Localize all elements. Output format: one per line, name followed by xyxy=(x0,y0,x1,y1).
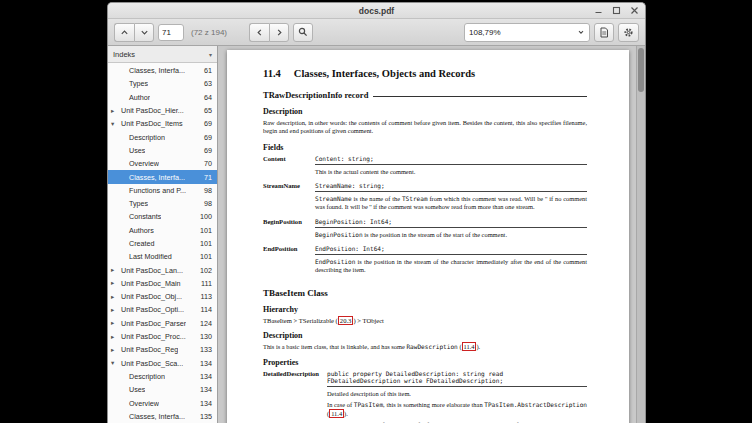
sidebar-item-label: Classes, Interfa... xyxy=(108,173,185,182)
sidebar-item[interactable]: ▸ Unit PasDoc_Reg 133 xyxy=(108,343,217,356)
sidebar-item[interactable]: Authors 101 xyxy=(108,224,217,237)
record-title-row: TRawDescriptionInfo record xyxy=(263,90,587,100)
expander-icon xyxy=(111,157,119,170)
close-button[interactable] xyxy=(629,5,640,16)
sidebar-item[interactable]: ▸ Unit PasDoc_Main 111 xyxy=(108,277,217,290)
sidebar-item[interactable]: Overview 134 xyxy=(108,396,217,409)
sidebar-item[interactable]: Functions and P... 98 xyxy=(108,184,217,197)
sidebar-item[interactable]: Constants 100 xyxy=(108,210,217,223)
history-back-button[interactable] xyxy=(249,23,269,42)
sidebar-item[interactable]: Classes, Interfa... 71 xyxy=(108,170,217,183)
text-run: This is a basic item class, that is link… xyxy=(263,343,406,350)
sidebar-item[interactable]: ▾ Unit PasDoc_Items 69 xyxy=(108,117,217,130)
text-run: is the name of the xyxy=(352,195,402,202)
cross-reference-link[interactable]: 11.4 xyxy=(329,409,344,418)
document-view[interactable]: 11.4 Classes, Interfaces, Objects and Re… xyxy=(218,46,645,423)
expander-icon xyxy=(111,224,119,237)
sidebar-item-label: Unit PasDoc_Items xyxy=(108,119,183,128)
sidebar-item[interactable]: Classes, Interfa... 61 xyxy=(108,64,217,77)
expander-icon xyxy=(111,210,119,223)
next-page-button[interactable] xyxy=(134,23,154,42)
property-body: public property DetailedDescription: str… xyxy=(327,370,587,423)
record-description: Raw description, in other words: the con… xyxy=(263,119,587,136)
sidebar-item-label: Unit PasDoc_Parser xyxy=(108,319,186,328)
minimize-button[interactable] xyxy=(593,5,604,16)
text-run: is the position in the stream of the cha… xyxy=(315,258,587,273)
sidebar-item[interactable]: Uses 69 xyxy=(108,144,217,157)
sidebar-item-label: Unit PasDoc_Proc... xyxy=(108,332,186,341)
sidebar-item[interactable]: Classes, Interfa... 135 xyxy=(108,410,217,423)
sidebar-item[interactable]: Last Modified 101 xyxy=(108,250,217,263)
field-code: Content: string; xyxy=(315,155,587,165)
sidebar-item[interactable]: Description 134 xyxy=(108,370,217,383)
sidebar-item-page: 98 xyxy=(204,186,217,195)
cross-reference-link[interactable]: 11.4 xyxy=(462,342,477,351)
history-nav-group xyxy=(249,23,289,42)
expander-icon[interactable]: ▸ xyxy=(111,317,119,330)
annotations-button[interactable] xyxy=(594,23,614,42)
sidebar-item[interactable]: ▾ Unit PasDoc_Sca... 134 xyxy=(108,357,217,370)
vertical-scrollbar[interactable] xyxy=(636,46,645,423)
property-row: DetailedDescription public property Deta… xyxy=(263,370,587,423)
scrollbar-thumb[interactable] xyxy=(638,48,644,92)
class-title: TBaseItem Class xyxy=(263,288,587,298)
sidebar-item[interactable]: Uses 134 xyxy=(108,383,217,396)
section-number: 11.4 xyxy=(263,68,281,79)
history-forward-button[interactable] xyxy=(269,23,289,42)
sidebar-item[interactable]: ▸ Unit PasDoc_Opti... 114 xyxy=(108,303,217,316)
sidebar-item-page: 71 xyxy=(204,173,217,182)
expander-icon[interactable]: ▸ xyxy=(111,343,119,356)
expander-icon[interactable]: ▾ xyxy=(111,357,119,370)
expander-icon[interactable]: ▸ xyxy=(111,330,119,343)
sidebar-item-page: 124 xyxy=(200,319,217,328)
expander-icon[interactable]: ▸ xyxy=(111,303,119,316)
sidebar-item[interactable]: ▸ Unit PasDoc_Lan... 102 xyxy=(108,263,217,276)
settings-button[interactable] xyxy=(618,23,639,42)
previous-page-button[interactable] xyxy=(114,23,134,42)
search-button[interactable] xyxy=(293,23,313,42)
expander-icon[interactable]: ▸ xyxy=(111,263,119,276)
chevron-down-icon xyxy=(577,28,585,36)
text-run: TPasItem.AbstractDescription xyxy=(484,401,587,408)
sidebar-item[interactable]: Description 69 xyxy=(108,130,217,143)
zoom-select[interactable]: 108,79% xyxy=(464,23,590,42)
sidebar-item[interactable]: Created 101 xyxy=(108,237,217,250)
record-description-heading: Description xyxy=(263,107,587,116)
sidebar-item[interactable]: Types 63 xyxy=(108,77,217,90)
expander-icon xyxy=(111,170,119,183)
expander-icon[interactable]: ▾ xyxy=(111,117,119,130)
text-run: is the position in the stream of the sta… xyxy=(363,231,507,238)
text-run: , this is something more elaborate than xyxy=(383,401,484,408)
property-code: public property DetailedDescription: str… xyxy=(327,370,587,387)
sidebar-item[interactable]: Author 64 xyxy=(108,91,217,104)
expander-icon[interactable]: ▸ xyxy=(111,104,119,117)
cross-reference-link[interactable]: 20.3 xyxy=(338,316,354,325)
expander-icon xyxy=(111,410,119,423)
text-run: RawDescription xyxy=(406,343,457,350)
expander-icon[interactable]: ▸ xyxy=(111,277,119,290)
field-row: BeginPosition BeginPosition: Int64; Begi… xyxy=(263,218,587,239)
field-desc: StreamName is the name of the TStream fr… xyxy=(315,195,587,212)
sidebar: Indeks ▾ Classes, Interfa... 61 Types 63… xyxy=(108,46,218,423)
sidebar-mode-label: Indeks xyxy=(113,50,135,59)
maximize-button[interactable] xyxy=(611,5,622,16)
sidebar-item[interactable]: Overview 70 xyxy=(108,157,217,170)
code-line: FDetailedDescription write FDetailedDesc… xyxy=(327,377,587,384)
sidebar-item[interactable]: ▸ Unit PasDoc_Parser 124 xyxy=(108,317,217,330)
sidebar-item[interactable]: ▸ Unit PasDoc_Obj... 113 xyxy=(108,290,217,303)
expander-icon[interactable]: ▸ xyxy=(111,290,119,303)
fields-list: Content Content: string; This is the act… xyxy=(263,155,587,275)
sidebar-item-page: 69 xyxy=(204,119,217,128)
paragraph: Detailed description of this item. xyxy=(327,390,587,398)
page-number-input[interactable] xyxy=(158,24,184,41)
sidebar-item[interactable]: ▸ Unit PasDoc_Proc... 130 xyxy=(108,330,217,343)
titlebar[interactable]: docs.pdf xyxy=(108,3,645,19)
sidebar-item[interactable]: Types 98 xyxy=(108,197,217,210)
field-name: Content xyxy=(263,155,315,176)
sidebar-item-label: Classes, Interfa... xyxy=(108,66,185,75)
sidebar-mode-select[interactable]: Indeks ▾ xyxy=(108,46,217,63)
paragraph: In case of TPasItem, this is something m… xyxy=(327,401,587,418)
properties-heading: Properties xyxy=(263,358,587,367)
sidebar-item[interactable]: ▸ Unit PasDoc_Hier... 65 xyxy=(108,104,217,117)
sidebar-item-page: 64 xyxy=(204,93,217,102)
